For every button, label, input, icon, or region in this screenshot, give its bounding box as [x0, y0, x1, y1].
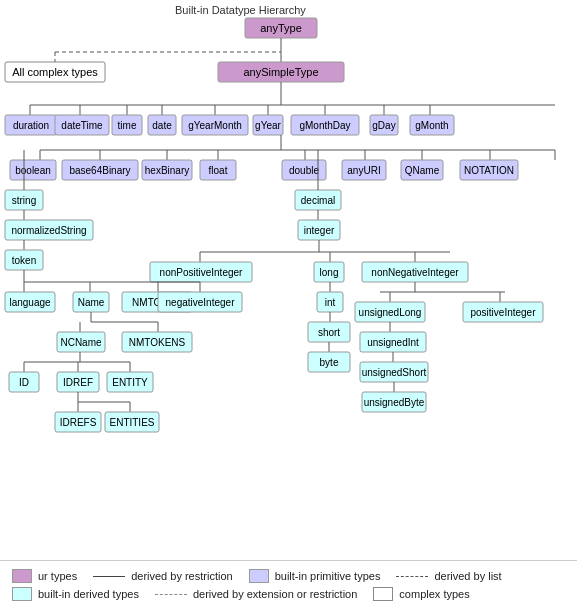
diagram-title: Built-in Datatype Hierarchy — [175, 4, 306, 16]
legend-label-ur: ur types — [38, 570, 77, 582]
label-integer: integer — [304, 225, 335, 236]
legend-box-primitive — [249, 569, 269, 583]
label-NOTATION: NOTATION — [464, 165, 514, 176]
label-boolean: boolean — [15, 165, 51, 176]
label-ENTITIES: ENTITIES — [109, 417, 154, 428]
label-float: float — [209, 165, 228, 176]
label-gMonth: gMonth — [415, 120, 448, 131]
label-nonPositiveInteger: nonPositiveInteger — [160, 267, 244, 278]
label-unsignedByte: unsignedByte — [364, 397, 425, 408]
legend-box-complex — [373, 587, 393, 601]
label-date: date — [152, 120, 172, 131]
legend-ur-types: ur types — [12, 569, 77, 583]
legend-primitive: built-in primitive types — [249, 569, 381, 583]
legend-line-solid — [93, 576, 125, 577]
legend-derived: built-in derived types — [12, 587, 139, 601]
label-language: language — [9, 297, 51, 308]
label-anySimpleType: anySimpleType — [243, 66, 318, 78]
legend-label-extension: derived by extension or restriction — [193, 588, 357, 600]
legend-line-extension: derived by extension or restriction — [155, 587, 357, 601]
label-hexBinary: hexBinary — [145, 165, 189, 176]
label-nonNegativeInteger: nonNegativeInteger — [371, 267, 459, 278]
label-ID: ID — [19, 377, 29, 388]
legend-line-restriction: derived by restriction — [93, 569, 233, 583]
legend-box-ur — [12, 569, 32, 583]
label-positiveInteger: positiveInteger — [470, 307, 536, 318]
label-decimal: decimal — [301, 195, 335, 206]
label-NCName: NCName — [60, 337, 102, 348]
label-short: short — [318, 327, 340, 338]
label-unsignedLong: unsignedLong — [359, 307, 422, 318]
label-unsignedInt: unsignedInt — [367, 337, 419, 348]
hierarchy-svg: Built-in Datatype Hierarchy anyType All … — [0, 0, 577, 560]
label-negativeInteger: negativeInteger — [166, 297, 236, 308]
label-anyURI: anyURI — [347, 165, 380, 176]
diagram-container: Built-in Datatype Hierarchy anyType All … — [0, 0, 577, 560]
label-unsignedShort: unsignedShort — [362, 367, 427, 378]
label-dateTime: dateTime — [61, 120, 103, 131]
label-int: int — [325, 297, 336, 308]
label-gYearMonth: gYearMonth — [188, 120, 242, 131]
legend-line-dash — [396, 576, 428, 577]
label-string: string — [12, 195, 36, 206]
legend: ur types derived by restriction built-in… — [0, 560, 577, 609]
label-gDay: gDay — [372, 120, 395, 131]
label-anyType: anyType — [260, 22, 302, 34]
label-normalizedString: normalizedString — [11, 225, 86, 236]
legend-label-complex: complex types — [399, 588, 469, 600]
label-Name: Name — [78, 297, 105, 308]
label-IDREFS: IDREFS — [60, 417, 97, 428]
label-token: token — [12, 255, 36, 266]
legend-label-restriction: derived by restriction — [131, 570, 233, 582]
legend-complex: complex types — [373, 587, 469, 601]
label-base64Binary: base64Binary — [69, 165, 130, 176]
label-all-complex-types: All complex types — [12, 66, 98, 78]
label-IDREF: IDREF — [63, 377, 93, 388]
label-gMonthDay: gMonthDay — [299, 120, 350, 131]
label-long: long — [320, 267, 339, 278]
legend-line-dashdot — [155, 594, 187, 595]
label-byte: byte — [320, 357, 339, 368]
label-ENTITY: ENTITY — [112, 377, 148, 388]
label-gYear: gYear — [255, 120, 281, 131]
label-double: double — [289, 165, 319, 176]
legend-box-derived — [12, 587, 32, 601]
label-duration: duration — [13, 120, 49, 131]
label-QName: QName — [405, 165, 440, 176]
legend-line-list: derived by list — [396, 569, 501, 583]
legend-label-derived: built-in derived types — [38, 588, 139, 600]
label-NMTOKENS: NMTOKENS — [129, 337, 186, 348]
label-time: time — [118, 120, 137, 131]
legend-label-list: derived by list — [434, 570, 501, 582]
legend-label-primitive: built-in primitive types — [275, 570, 381, 582]
